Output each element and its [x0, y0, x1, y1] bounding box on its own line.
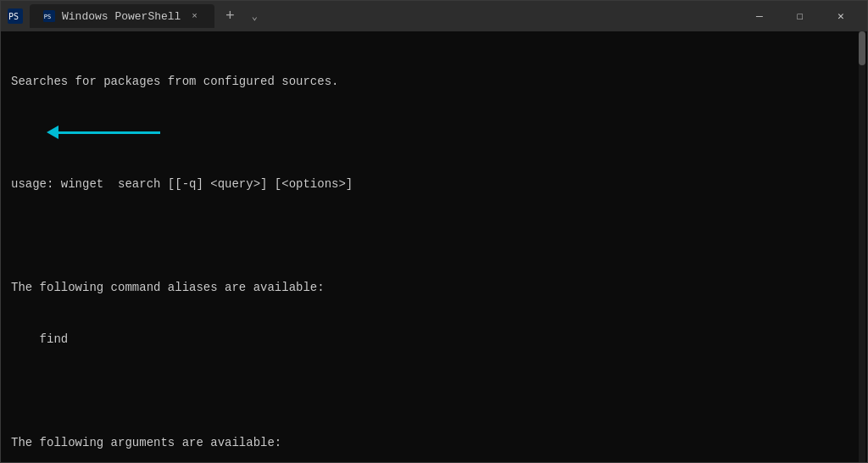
svg-text:PS: PS [44, 14, 51, 20]
maximize-button[interactable]: ☐ [781, 3, 820, 30]
arrow-line [58, 131, 160, 134]
scrollbar-thumb[interactable] [859, 31, 865, 65]
output-line-usage: usage: winget search [[-q] <query>] [<op… [11, 176, 857, 192]
minimize-button[interactable]: — [740, 3, 779, 30]
output-line-args-header: The following arguments are available: [11, 434, 857, 451]
titlebar-controls: — ☐ ✕ [740, 3, 860, 30]
close-button[interactable]: ✕ [821, 3, 860, 30]
output-line-blank-2 [11, 227, 857, 244]
window: PS PS Windows PowerShell × + ⌄ — ☐ [0, 0, 868, 463]
titlebar: PS PS Windows PowerShell × + ⌄ — ☐ [1, 1, 867, 31]
tab-label: Windows PowerShell [62, 10, 181, 23]
tab-area: PS Windows PowerShell × + ⌄ [30, 4, 264, 28]
scrollbar-track[interactable] [859, 31, 865, 462]
tab-dropdown-button[interactable]: ⌄ [245, 7, 264, 25]
output-line-1: Searches for packages from configured so… [11, 73, 857, 90]
find-annotation-arrow [58, 131, 160, 134]
terminal-body[interactable]: Searches for packages from configured so… [1, 31, 867, 462]
output-line-aliases-header: The following command aliases are availa… [11, 279, 857, 296]
output-line-blank-3 [11, 382, 857, 399]
terminal-output: Searches for packages from configured so… [11, 38, 857, 462]
arrow-head [47, 126, 58, 139]
tab-icon: PS [43, 10, 55, 22]
new-tab-button[interactable]: + [218, 4, 242, 28]
svg-text:PS: PS [8, 12, 19, 21]
powershell-icon: PS [8, 8, 23, 24]
output-line-find: find [11, 331, 857, 348]
tab-close-button[interactable]: × [187, 9, 201, 23]
titlebar-left: PS PS Windows PowerShell × + ⌄ [8, 4, 740, 28]
tab-powershell[interactable]: PS Windows PowerShell × [30, 4, 214, 28]
